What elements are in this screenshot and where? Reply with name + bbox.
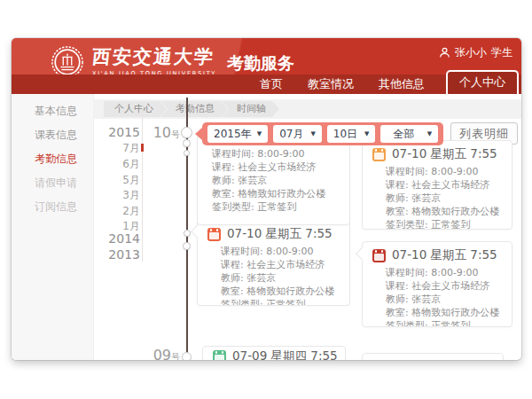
card-date-title: 07-10 星期五 7:55 bbox=[392, 146, 497, 162]
card-field: 教室: 格物致知行政办公楼 bbox=[212, 188, 349, 201]
timeline-node bbox=[183, 139, 191, 147]
sidebar-item-leave-request[interactable]: 请假申请 bbox=[35, 176, 77, 191]
attendance-card: 07-10 星期五 7:55 课程时间: 8:00-9:00 课程: 社会主义市… bbox=[197, 220, 350, 306]
timeline-nav-month-7[interactable]: 7月 bbox=[96, 141, 140, 156]
timeline-day-10: 10号 bbox=[140, 124, 180, 141]
main-nav: 首页 教室情况 其他信息 个人中心 bbox=[12, 74, 521, 94]
card-date-title: 07-09 星期四 7:55 bbox=[232, 348, 338, 360]
timeline-nav-year-2014[interactable]: 2014 bbox=[96, 231, 140, 246]
breadcrumb-attendance-info[interactable]: 考勤信息 bbox=[160, 101, 228, 117]
card-field: 教师: 张芸京 bbox=[386, 293, 512, 307]
card-field: 签到类型: 正常签到 bbox=[221, 299, 349, 306]
app-window: 西安交通大学 XI'AN JIAO TONG UNIVERSITY 考勤服务 张… bbox=[12, 38, 521, 360]
card-field: 课程时间: 8:00-9:00 bbox=[386, 166, 512, 179]
category-select[interactable]: 全部▼ bbox=[380, 125, 438, 143]
attendance-card: 07-10 星期五 7:55 课程时间: 8:00-9:00 课程: 社会主义市… bbox=[362, 241, 512, 327]
card-field: 教师: 张芸京 bbox=[221, 272, 349, 286]
calendar-icon bbox=[372, 249, 386, 262]
timeline-nav-month-3[interactable]: 3月 bbox=[96, 188, 140, 203]
breadcrumb-personal-center[interactable]: 个人中心 bbox=[104, 101, 167, 117]
chevron-down-icon: ▼ bbox=[310, 130, 315, 137]
timeline-day-09: 09号 bbox=[140, 347, 180, 360]
university-name-zh: 西安交通大学 bbox=[91, 47, 217, 66]
timeline-node bbox=[182, 352, 192, 360]
timeline-nav-month-2[interactable]: 2月 bbox=[96, 204, 140, 219]
month-select[interactable]: 07月▼ bbox=[273, 125, 322, 143]
app-header: 西安交通大学 XI'AN JIAO TONG UNIVERSITY 考勤服务 张… bbox=[12, 38, 521, 94]
timeline-node bbox=[184, 150, 190, 156]
timeline-node bbox=[181, 127, 192, 138]
chevron-down-icon: ▼ bbox=[364, 130, 369, 137]
chevron-down-icon: ▼ bbox=[257, 130, 262, 137]
card-field: 教室: 格物致知行政办公楼 bbox=[386, 307, 512, 320]
card-date-title: 07-10 星期五 7:55 bbox=[392, 247, 497, 263]
card-field: 课程: 社会主义市场经济 bbox=[221, 259, 349, 272]
card-field: 课程时间: 8:00-9:00 bbox=[386, 267, 512, 280]
user-name: 张小小 bbox=[455, 45, 487, 60]
timeline-node bbox=[183, 242, 191, 250]
timeline-nav-year-2015[interactable]: 2015 bbox=[96, 125, 140, 139]
card-field: 教室: 格物致知行政办公楼 bbox=[221, 286, 349, 299]
nav-item-personal-center-active[interactable]: 个人中心 bbox=[446, 70, 519, 94]
page-title: 考勤服务 bbox=[227, 52, 294, 75]
card-field: 签到类型: 正常签到 bbox=[386, 320, 512, 327]
filter-bar: 2015年▼ 07月▼ 10日▼ 全部▼ bbox=[202, 122, 443, 145]
filter-bar-arrow bbox=[195, 128, 202, 140]
sidebar-item-basic-info[interactable]: 基本信息 bbox=[35, 104, 77, 119]
attendance-card bbox=[362, 353, 504, 360]
attendance-card: 07-10 星期五 7:55 课程时间: 8:00-9:00 课程: 社会主义市… bbox=[362, 140, 512, 230]
timeline-nav-year-2013[interactable]: 2013 bbox=[96, 247, 140, 262]
calendar-icon bbox=[372, 148, 386, 161]
nav-item-classrooms[interactable]: 教室情况 bbox=[295, 74, 366, 94]
card-field: 教师: 张芸京 bbox=[386, 192, 512, 206]
chevron-down-icon: ▼ bbox=[427, 130, 432, 137]
sidebar: 基本信息 课表信息 考勤信息 请假申请 订阅信息 bbox=[12, 94, 94, 360]
timeline-nav-month-6[interactable]: 6月 bbox=[96, 157, 140, 172]
nav-item-home[interactable]: 首页 bbox=[247, 74, 295, 94]
active-month-tick bbox=[141, 144, 144, 152]
sidebar-item-schedule-info[interactable]: 课表信息 bbox=[35, 128, 77, 143]
user-account[interactable]: 张小小 学生 bbox=[439, 45, 512, 60]
calendar-icon bbox=[213, 350, 226, 361]
calendar-icon bbox=[207, 228, 221, 241]
sidebar-item-subscription-info[interactable]: 订阅信息 bbox=[35, 200, 77, 215]
person-icon bbox=[439, 47, 450, 59]
card-field: 签到类型: 正常签到 bbox=[212, 201, 349, 215]
year-select[interactable]: 2015年▼ bbox=[207, 125, 268, 143]
sidebar-item-attendance-info[interactable]: 考勤信息 bbox=[35, 152, 77, 167]
card-field: 课程时间: 8:00-9:00 bbox=[212, 148, 349, 161]
card-field: 签到类型: 正常签到 bbox=[386, 219, 512, 230]
nav-item-other-info[interactable]: 其他信息 bbox=[366, 74, 437, 94]
attendance-card: 07-09 星期四 7:55 bbox=[202, 346, 346, 360]
attendance-card: 课程时间: 8:00-9:00 课程: 社会主义市场经济 教师: 张芸京 教室:… bbox=[197, 133, 350, 225]
breadcrumb-timeline[interactable]: 时间轴 bbox=[222, 101, 279, 117]
timeline-nav-month-5[interactable]: 5月 bbox=[96, 173, 140, 188]
breadcrumb: 个人中心 考勤信息 时间轴 bbox=[93, 99, 521, 119]
university-name: 西安交通大学 XI'AN JIAO TONG UNIVERSITY bbox=[92, 47, 216, 76]
card-field: 课程: 社会主义市场经济 bbox=[386, 179, 512, 192]
user-role: 学生 bbox=[491, 45, 512, 60]
card-field: 教室: 格物致知行政办公楼 bbox=[386, 206, 512, 219]
card-field: 课程时间: 8:00-9:00 bbox=[221, 246, 349, 259]
card-field: 教师: 张芸京 bbox=[212, 175, 349, 188]
card-date-title: 07-10 星期五 7:55 bbox=[227, 226, 332, 242]
card-field: 课程: 社会主义市场经济 bbox=[212, 161, 349, 175]
day-select[interactable]: 10日▼ bbox=[327, 125, 376, 143]
card-field: 课程: 社会主义市场经济 bbox=[386, 280, 512, 293]
